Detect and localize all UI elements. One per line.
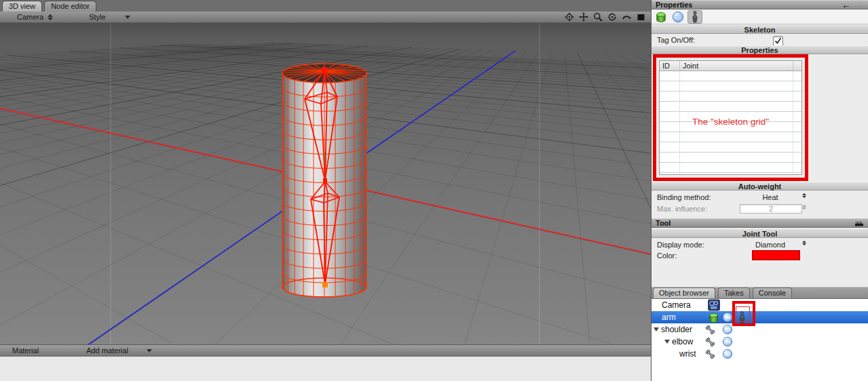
cylinder-icon <box>655 11 667 23</box>
camera-stepper-icon[interactable] <box>48 14 53 20</box>
tree-label: Camera <box>662 300 691 310</box>
svg-text:m: m <box>725 350 730 357</box>
tab-console[interactable]: Console <box>753 287 792 298</box>
material-bar: Material Add material <box>0 344 651 357</box>
tree-row-shoulder[interactable]: shoulder m <box>652 323 868 336</box>
style-dropdown-label: Style <box>89 13 105 21</box>
tree-row-arm[interactable]: arm m <box>652 311 868 323</box>
max-influence-row: Max. influence: 2 <box>652 203 868 214</box>
collapse-triangle-icon[interactable] <box>654 327 659 332</box>
style-dropdown[interactable]: Style <box>89 13 130 21</box>
skeleton-grid-table[interactable]: ID Joint The "skeleton grid" <box>659 60 802 175</box>
skeleton-grid-header: ID Joint <box>660 61 801 71</box>
material-tab[interactable]: m <box>671 10 685 24</box>
3d-scene[interactable] <box>0 12 651 344</box>
orbit-icon[interactable] <box>607 12 617 22</box>
checkmark-icon <box>774 37 782 45</box>
joint-tool-section-header: Joint Tool <box>652 228 868 238</box>
material-label: Material <box>12 346 39 355</box>
annotation-box-inner <box>736 306 750 322</box>
binding-method-row: Binding method: Heat <box>652 191 868 203</box>
svg-text:m: m <box>725 326 730 333</box>
bone-icon <box>704 348 716 362</box>
annotation-box: ID Joint The "skeleton grid" <box>653 54 808 181</box>
object-tree: Camera arm <box>652 299 868 381</box>
binding-method-label: Binding method: <box>652 193 711 201</box>
display-mode-label: Display mode: <box>652 241 704 249</box>
cylinder-object-tab[interactable] <box>654 10 668 24</box>
properties-panel: Properties ← → <box>651 0 868 381</box>
max-influence-stepper[interactable] <box>802 205 806 209</box>
viewport-toolbar: Camera Style <box>0 12 651 23</box>
display-mode-stepper[interactable] <box>802 241 806 245</box>
binding-method-value[interactable]: Heat <box>740 193 801 201</box>
camera-dropdown[interactable]: Camera <box>17 13 53 21</box>
column-header-id: ID <box>662 62 670 70</box>
skeleton-tab[interactable] <box>687 10 702 24</box>
display-mode-value[interactable]: Diamond <box>740 241 801 249</box>
max-influence-label: Max. influence: <box>652 205 707 213</box>
forward-arrow-icon[interactable]: → <box>854 1 864 9</box>
tab-node-editor[interactable]: Node editor <box>44 1 96 12</box>
tool-title: Tool <box>656 219 671 227</box>
tree-row-wrist[interactable]: wrist m <box>652 348 868 360</box>
tree-label: arm <box>662 313 676 322</box>
zoom-icon[interactable] <box>593 12 603 22</box>
skeleton-icon <box>690 11 700 23</box>
add-material-button[interactable]: Add material <box>86 346 128 355</box>
maximize-icon[interactable] <box>637 13 645 22</box>
chevron-down-icon <box>125 16 130 19</box>
tool-icon <box>854 220 864 226</box>
viewport-tabstrip: 3D view Node editor <box>0 0 651 12</box>
move-icon[interactable] <box>579 12 588 22</box>
collapse-triangle-icon[interactable] <box>664 340 670 344</box>
panel-title: Properties <box>656 1 692 9</box>
max-influence-input[interactable]: 2 <box>740 204 802 214</box>
column-header-joint: Joint <box>683 62 698 70</box>
tag-on-off-label: Tag On/Off: <box>652 36 695 44</box>
application-window: 3D view Node editor <box>0 0 868 381</box>
tree-label: shoulder <box>661 325 692 334</box>
rotate-arc-icon[interactable] <box>622 12 632 22</box>
material-icon: m <box>672 11 684 23</box>
svg-text:m: m <box>675 13 681 20</box>
display-mode-row: Display mode: Diamond <box>652 239 868 250</box>
tab-object-browser[interactable]: Object browser <box>653 287 715 298</box>
back-arrow-icon[interactable]: ← <box>842 1 851 9</box>
autoweight-section-header: Auto-weight <box>652 182 868 190</box>
panel-title-bar: Properties ← → <box>652 0 868 9</box>
color-label: Color: <box>652 252 677 260</box>
camera-dropdown-label: Camera <box>17 13 43 21</box>
svg-text:m: m <box>725 314 730 321</box>
property-category-tabs: m <box>652 9 868 24</box>
svg-text:m: m <box>725 338 730 345</box>
tree-label: elbow <box>672 337 693 346</box>
tab-3d-view[interactable]: 3D view <box>2 1 42 12</box>
add-material-chevron-icon[interactable] <box>147 349 152 353</box>
3d-viewport[interactable]: Camera Style <box>0 12 651 344</box>
annotation-text: The "skeleton grid" <box>660 117 801 127</box>
browser-tabbar: Object browser Takes Console <box>652 287 868 299</box>
tab-takes[interactable]: Takes <box>718 287 750 298</box>
focus-icon[interactable] <box>565 12 574 22</box>
color-row: Color: <box>652 249 868 261</box>
grid-section-header: Properties <box>652 45 868 54</box>
tag-checkbox[interactable] <box>773 36 783 46</box>
tool-title-bar: Tool <box>652 218 868 228</box>
material-icon: m <box>722 348 733 361</box>
tree-row-elbow[interactable]: elbow m <box>652 336 868 348</box>
tree-label: wrist <box>679 349 696 359</box>
joint-color-swatch[interactable] <box>752 250 800 260</box>
tag-on-off-row: Tag On/Off: <box>652 35 868 45</box>
binding-method-stepper[interactable] <box>802 193 806 198</box>
tree-row-camera[interactable]: Camera <box>652 299 868 311</box>
skeleton-section-header: Skeleton <box>652 24 868 34</box>
